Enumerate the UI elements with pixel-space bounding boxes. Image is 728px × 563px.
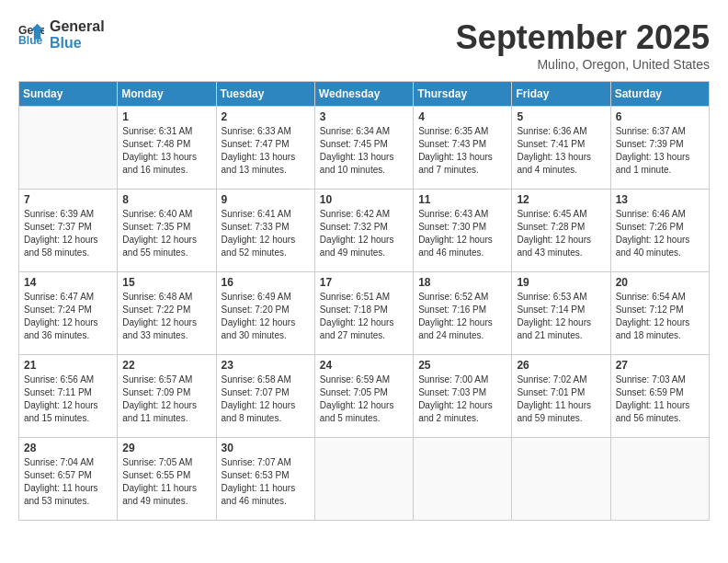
day-number: 29 — [122, 442, 210, 454]
calendar-cell: 7Sunrise: 6:39 AM Sunset: 7:37 PM Daylig… — [19, 190, 118, 272]
calendar-cell: 24Sunrise: 6:59 AM Sunset: 7:05 PM Dayli… — [314, 355, 413, 438]
day-content: Sunrise: 6:49 AM Sunset: 7:20 PM Dayligh… — [222, 291, 310, 342]
day-content: Sunrise: 6:58 AM Sunset: 7:07 PM Dayligh… — [222, 373, 310, 425]
day-number: 16 — [222, 276, 310, 289]
calendar-cell: 30Sunrise: 7:07 AM Sunset: 6:53 PM Dayli… — [216, 438, 314, 521]
calendar-cell — [414, 438, 512, 521]
day-content: Sunrise: 6:33 AM Sunset: 7:47 PM Dayligh… — [222, 125, 310, 177]
day-number: 18 — [418, 276, 506, 289]
calendar-cell: 22Sunrise: 6:57 AM Sunset: 7:09 PM Dayli… — [118, 355, 216, 438]
calendar-week-5: 28Sunrise: 7:04 AM Sunset: 6:57 PM Dayli… — [19, 438, 710, 521]
logo-blue: Blue — [50, 35, 105, 52]
month-title: September 2025 — [456, 18, 710, 57]
day-number: 17 — [320, 276, 408, 289]
calendar-cell: 16Sunrise: 6:49 AM Sunset: 7:20 PM Dayli… — [216, 272, 314, 355]
calendar-cell — [314, 438, 413, 521]
calendar-cell: 8Sunrise: 6:40 AM Sunset: 7:35 PM Daylig… — [118, 190, 216, 272]
day-content: Sunrise: 6:45 AM Sunset: 7:28 PM Dayligh… — [517, 208, 605, 259]
day-content: Sunrise: 6:53 AM Sunset: 7:14 PM Dayligh… — [517, 291, 605, 342]
day-content: Sunrise: 6:52 AM Sunset: 7:16 PM Dayligh… — [418, 291, 506, 342]
calendar-cell — [512, 438, 610, 521]
calendar-week-1: 1Sunrise: 6:31 AM Sunset: 7:48 PM Daylig… — [19, 107, 710, 190]
logo: General Blue General Blue — [18, 18, 105, 51]
day-number: 8 — [122, 193, 210, 206]
day-content: Sunrise: 6:37 AM Sunset: 7:39 PM Dayligh… — [616, 125, 704, 177]
day-content: Sunrise: 6:54 AM Sunset: 7:12 PM Dayligh… — [616, 291, 704, 342]
day-content: Sunrise: 6:34 AM Sunset: 7:45 PM Dayligh… — [320, 125, 408, 177]
day-number: 15 — [122, 276, 210, 289]
day-number: 20 — [616, 276, 704, 289]
day-content: Sunrise: 7:04 AM Sunset: 6:57 PM Dayligh… — [24, 456, 112, 508]
calendar-cell: 1Sunrise: 6:31 AM Sunset: 7:48 PM Daylig… — [118, 107, 216, 190]
logo-general: General — [50, 18, 105, 35]
calendar-week-3: 14Sunrise: 6:47 AM Sunset: 7:24 PM Dayli… — [19, 272, 710, 355]
calendar-cell: 5Sunrise: 6:36 AM Sunset: 7:41 PM Daylig… — [512, 107, 610, 190]
weekday-header-friday: Friday — [512, 82, 610, 107]
day-content: Sunrise: 6:42 AM Sunset: 7:32 PM Dayligh… — [320, 208, 408, 259]
day-content: Sunrise: 7:00 AM Sunset: 7:03 PM Dayligh… — [418, 373, 506, 425]
day-content: Sunrise: 7:03 AM Sunset: 6:59 PM Dayligh… — [616, 373, 704, 425]
day-content: Sunrise: 6:35 AM Sunset: 7:43 PM Dayligh… — [418, 125, 506, 177]
day-content: Sunrise: 6:46 AM Sunset: 7:26 PM Dayligh… — [616, 208, 704, 259]
calendar-cell — [19, 107, 118, 190]
calendar-cell: 9Sunrise: 6:41 AM Sunset: 7:33 PM Daylig… — [216, 190, 314, 272]
day-number: 13 — [616, 193, 704, 206]
day-content: Sunrise: 6:47 AM Sunset: 7:24 PM Dayligh… — [24, 291, 112, 342]
day-content: Sunrise: 7:05 AM Sunset: 6:55 PM Dayligh… — [122, 456, 210, 508]
calendar-cell: 26Sunrise: 7:02 AM Sunset: 7:01 PM Dayli… — [512, 355, 610, 438]
logo-icon: General Blue — [18, 22, 44, 48]
day-number: 24 — [320, 359, 408, 372]
calendar-cell: 28Sunrise: 7:04 AM Sunset: 6:57 PM Dayli… — [19, 438, 118, 521]
calendar-cell: 11Sunrise: 6:43 AM Sunset: 7:30 PM Dayli… — [414, 190, 512, 272]
day-number: 23 — [222, 359, 310, 372]
calendar-cell: 2Sunrise: 6:33 AM Sunset: 7:47 PM Daylig… — [216, 107, 314, 190]
day-content: Sunrise: 6:39 AM Sunset: 7:37 PM Dayligh… — [24, 208, 112, 259]
day-number: 7 — [24, 193, 112, 206]
day-content: Sunrise: 7:07 AM Sunset: 6:53 PM Dayligh… — [222, 456, 310, 508]
day-number: 9 — [222, 193, 310, 206]
day-number: 4 — [418, 110, 506, 123]
day-number: 3 — [320, 110, 408, 123]
day-content: Sunrise: 6:51 AM Sunset: 7:18 PM Dayligh… — [320, 291, 408, 342]
calendar-cell: 14Sunrise: 6:47 AM Sunset: 7:24 PM Dayli… — [19, 272, 118, 355]
calendar-cell: 23Sunrise: 6:58 AM Sunset: 7:07 PM Dayli… — [216, 355, 314, 438]
calendar-cell: 20Sunrise: 6:54 AM Sunset: 7:12 PM Dayli… — [610, 272, 709, 355]
day-content: Sunrise: 6:48 AM Sunset: 7:22 PM Dayligh… — [122, 291, 210, 342]
day-content: Sunrise: 7:02 AM Sunset: 7:01 PM Dayligh… — [517, 373, 605, 425]
day-number: 30 — [222, 442, 310, 454]
calendar-cell: 25Sunrise: 7:00 AM Sunset: 7:03 PM Dayli… — [414, 355, 512, 438]
day-number: 28 — [24, 442, 112, 454]
calendar-week-2: 7Sunrise: 6:39 AM Sunset: 7:37 PM Daylig… — [19, 190, 710, 272]
day-content: Sunrise: 6:56 AM Sunset: 7:11 PM Dayligh… — [24, 373, 112, 425]
day-number: 26 — [517, 359, 605, 372]
day-number: 5 — [517, 110, 605, 123]
location-text: Mulino, Oregon, United States — [456, 57, 710, 72]
day-number: 12 — [517, 193, 605, 206]
day-content: Sunrise: 6:31 AM Sunset: 7:48 PM Dayligh… — [122, 125, 210, 177]
weekday-header-saturday: Saturday — [610, 82, 709, 107]
calendar-cell: 29Sunrise: 7:05 AM Sunset: 6:55 PM Dayli… — [118, 438, 216, 521]
calendar-cell: 27Sunrise: 7:03 AM Sunset: 6:59 PM Dayli… — [610, 355, 709, 438]
calendar-cell: 10Sunrise: 6:42 AM Sunset: 7:32 PM Dayli… — [314, 190, 413, 272]
calendar-cell — [610, 438, 709, 521]
day-number: 22 — [122, 359, 210, 372]
day-content: Sunrise: 6:59 AM Sunset: 7:05 PM Dayligh… — [320, 373, 408, 425]
weekday-header-monday: Monday — [118, 82, 216, 107]
day-number: 19 — [517, 276, 605, 289]
day-number: 2 — [222, 110, 310, 123]
day-number: 6 — [616, 110, 704, 123]
weekday-header-tuesday: Tuesday — [216, 82, 314, 107]
day-number: 11 — [418, 193, 506, 206]
day-content: Sunrise: 6:40 AM Sunset: 7:35 PM Dayligh… — [122, 208, 210, 259]
weekday-header-sunday: Sunday — [19, 82, 118, 107]
calendar-header-row: SundayMondayTuesdayWednesdayThursdayFrid… — [19, 82, 710, 107]
calendar-table: SundayMondayTuesdayWednesdayThursdayFrid… — [18, 81, 710, 521]
day-content: Sunrise: 6:41 AM Sunset: 7:33 PM Dayligh… — [222, 208, 310, 259]
day-number: 27 — [616, 359, 704, 372]
weekday-header-wednesday: Wednesday — [314, 82, 413, 107]
day-number: 25 — [418, 359, 506, 372]
day-content: Sunrise: 6:36 AM Sunset: 7:41 PM Dayligh… — [517, 125, 605, 177]
calendar-cell: 15Sunrise: 6:48 AM Sunset: 7:22 PM Dayli… — [118, 272, 216, 355]
calendar-cell: 21Sunrise: 6:56 AM Sunset: 7:11 PM Dayli… — [19, 355, 118, 438]
day-number: 14 — [24, 276, 112, 289]
